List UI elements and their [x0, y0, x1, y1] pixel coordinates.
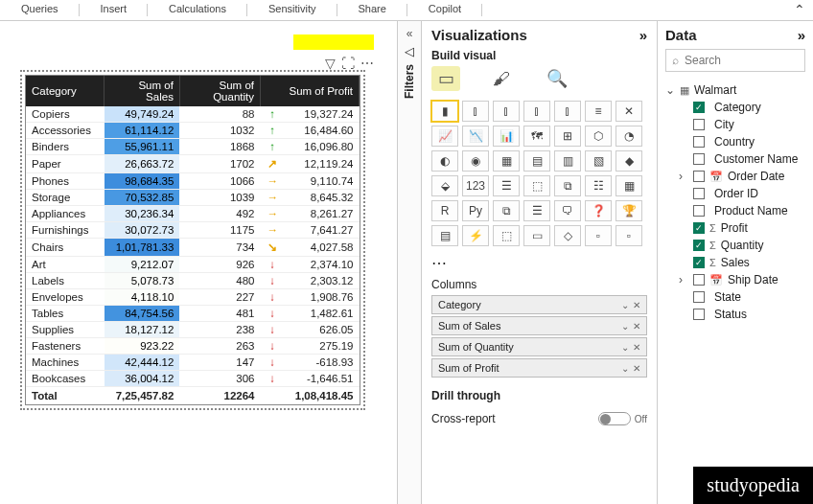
visual-type-icon[interactable]: ◔ — [616, 126, 642, 147]
chevron-down-icon[interactable]: ⌄ — [621, 321, 629, 332]
table-row[interactable]: Art9,212.07926↓2,374.10 — [26, 257, 360, 273]
field-checkbox[interactable]: ✓ — [693, 222, 705, 234]
visual-type-icon[interactable]: ▥ — [554, 150, 581, 172]
visual-type-icon[interactable]: ▦ — [616, 175, 642, 196]
visual-type-icon[interactable]: ▤ — [431, 225, 458, 246]
visual-type-icon[interactable]: ≡ — [585, 101, 612, 122]
field-checkbox[interactable]: ✓ — [693, 257, 705, 268]
visual-type-icon[interactable]: ✕ — [616, 101, 642, 122]
build-visual-icon[interactable]: ▭ — [431, 66, 460, 91]
expand-filters-icon[interactable]: « — [398, 27, 421, 40]
field-item[interactable]: ›📅Order Date — [665, 168, 805, 185]
visual-type-icon[interactable]: ⬡ — [585, 126, 612, 147]
table-visual[interactable]: Category Sum of Sales Sum of Quantity Su… — [25, 75, 360, 405]
field-checkbox[interactable] — [693, 153, 705, 165]
table-row[interactable]: Binders55,961.111868↑16,096.80 — [26, 139, 360, 155]
table-row[interactable]: Supplies18,127.12238↓626.05 — [26, 322, 360, 338]
field-checkbox[interactable] — [693, 274, 705, 286]
visual-type-icon[interactable]: ⫿ — [493, 101, 520, 122]
visual-type-icon[interactable]: ⫿ — [462, 101, 489, 122]
col-header[interactable]: Sum of Sales — [105, 76, 179, 106]
col-header[interactable]: Sum of Quantity — [179, 76, 260, 106]
chevron-down-icon[interactable]: ⌄ — [621, 363, 629, 374]
table-row[interactable]: Accessories61,114.121032↑16,484.60 — [26, 123, 360, 139]
field-well-item[interactable]: Category⌄✕ — [431, 295, 647, 314]
field-item[interactable]: Product Name — [665, 202, 805, 219]
visual-type-icon[interactable]: 123 — [462, 175, 489, 196]
field-checkbox[interactable] — [693, 119, 705, 130]
visual-type-icon[interactable]: ⊞ — [554, 126, 581, 147]
visual-type-icon[interactable]: ⧉ — [493, 200, 520, 221]
visual-type-icon[interactable]: 📉 — [462, 126, 489, 147]
field-checkbox[interactable] — [693, 291, 705, 303]
visual-type-icon[interactable]: Py — [462, 200, 489, 221]
visual-type-icon[interactable]: ⧉ — [554, 175, 581, 196]
visual-type-icon[interactable]: 🗨 — [554, 200, 581, 221]
visual-type-icon[interactable]: 🏆 — [616, 200, 642, 221]
field-item[interactable]: ✓Category — [665, 99, 805, 116]
cross-report-toggle[interactable] — [598, 412, 631, 425]
table-row[interactable]: Chairs1,01,781.33734↘4,027.58 — [26, 239, 360, 257]
visual-type-icon[interactable]: ⚡ — [462, 225, 489, 246]
table-row[interactable]: Tables84,754.56481↓1,482.61 — [26, 306, 360, 322]
field-checkbox[interactable] — [693, 309, 705, 320]
visual-type-icon[interactable]: ◐ — [431, 150, 458, 172]
col-header[interactable]: Category — [26, 76, 105, 106]
remove-field-icon[interactable]: ✕ — [633, 321, 640, 332]
visual-type-icon[interactable]: ◆ — [616, 150, 642, 172]
visual-type-icon[interactable]: ☰ — [493, 175, 520, 196]
field-checkbox[interactable] — [693, 205, 705, 217]
field-checkbox[interactable] — [693, 188, 705, 199]
visual-type-icon[interactable]: ▮ — [431, 101, 458, 122]
visual-type-icon[interactable]: 📊 — [493, 126, 520, 147]
field-item[interactable]: Status — [665, 306, 805, 323]
field-item[interactable]: State — [665, 288, 805, 306]
visual-type-icon[interactable]: ⫿ — [554, 101, 581, 122]
visual-type-icon[interactable]: ⬚ — [523, 175, 550, 196]
table-row[interactable]: Furnishings30,072.731175→7,641.27 — [26, 222, 360, 239]
more-visuals-icon[interactable]: ⋯ — [431, 254, 647, 272]
visual-type-icon[interactable]: ▭ — [523, 225, 550, 246]
field-well-item[interactable]: Sum of Quantity⌄✕ — [431, 337, 647, 356]
visual-type-icon[interactable]: ⬙ — [431, 175, 458, 196]
visual-type-icon[interactable]: ⬚ — [493, 225, 520, 246]
focus-mode-icon[interactable]: ⛶ — [341, 56, 355, 71]
visual-type-icon[interactable]: ◉ — [462, 150, 489, 172]
chevron-down-icon[interactable]: ⌄ — [621, 342, 629, 353]
expand-pane-icon[interactable]: » — [798, 27, 805, 43]
field-checkbox[interactable]: ✓ — [693, 240, 705, 251]
visual-type-icon[interactable]: ☰ — [523, 200, 550, 221]
field-well-item[interactable]: Sum of Sales⌄✕ — [431, 316, 647, 335]
visual-type-icon[interactable]: ◇ — [554, 225, 581, 246]
field-item[interactable]: Order ID — [665, 185, 805, 202]
format-visual-icon[interactable]: 🖌 — [487, 66, 516, 91]
visual-type-icon[interactable]: 📈 — [431, 126, 458, 147]
field-item[interactable]: ✓ΣQuantity — [665, 237, 805, 254]
field-item[interactable]: ✓ΣProfit — [665, 219, 805, 237]
ribbon-tab[interactable]: Share — [337, 0, 407, 20]
chevron-down-icon[interactable]: ⌄ — [621, 300, 629, 310]
field-item[interactable]: City — [665, 116, 805, 133]
visual-type-icon[interactable]: ⫿ — [523, 101, 550, 122]
remove-field-icon[interactable]: ✕ — [633, 300, 640, 310]
table-row[interactable]: Machines42,444.12147↓-618.93 — [26, 355, 360, 371]
remove-field-icon[interactable]: ✕ — [633, 363, 640, 374]
table-row[interactable]: Storage70,532.851039→8,645.32 — [26, 190, 360, 206]
field-item[interactable]: Country — [665, 133, 805, 150]
table-row[interactable]: Envelopes4,118.10227↓1,908.76 — [26, 289, 360, 306]
filter-icon[interactable]: ▽ — [325, 56, 336, 71]
table-row[interactable]: Fasteners923.22263↓275.19 — [26, 338, 360, 355]
visual-type-icon[interactable]: ▫ — [585, 225, 612, 246]
field-checkbox[interactable]: ✓ — [693, 102, 705, 113]
visual-type-icon[interactable]: R — [431, 200, 458, 221]
col-header[interactable]: Sum of Profit — [260, 76, 359, 106]
table-row[interactable]: Bookcases36,004.12306↓-1,646.51 — [26, 371, 360, 387]
ribbon-tab[interactable]: Copilot — [407, 0, 482, 20]
visual-type-icon[interactable]: ▤ — [523, 150, 550, 172]
field-checkbox[interactable] — [693, 171, 705, 182]
table-row[interactable]: Copiers49,749.2488↑19,327.24 — [26, 106, 360, 123]
ribbon-tab[interactable]: Sensitivity — [247, 0, 337, 20]
visual-type-icon[interactable]: ▦ — [493, 150, 520, 172]
field-item[interactable]: Customer Name — [665, 150, 805, 168]
ribbon-tab[interactable]: Insert — [80, 0, 149, 20]
